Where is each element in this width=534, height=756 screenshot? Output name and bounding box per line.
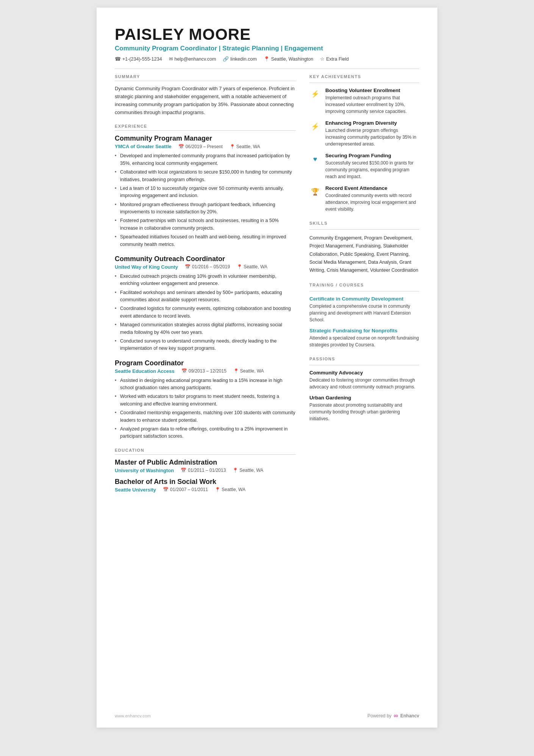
job-2-location: 📍 Seattle, WA — [237, 264, 267, 269]
list-item: Conducted surveys to understand communit… — [115, 338, 296, 352]
passion-2-desc: Passionate about promoting sustainabilit… — [309, 402, 419, 422]
degree-2: Bachelor of Arts in Social Work Seattle … — [115, 478, 296, 493]
training-section: TRAINING / COURSES Certificate in Commun… — [309, 283, 419, 348]
training-1: Certificate in Community Development Com… — [309, 296, 419, 323]
footer-website: www.enhancv.com — [115, 714, 151, 718]
passion-1: Community Advocacy Dedicated to fosterin… — [309, 370, 419, 390]
degree-1-school: University of Washington — [115, 468, 174, 473]
pin-icon-1: 📍 — [230, 144, 235, 149]
achievement-3-title: Securing Program Funding — [325, 153, 419, 158]
contact-linkedin: 🔗 linkedin.com — [223, 56, 256, 62]
job-3: Program Coordinator Seattle Education Ac… — [115, 359, 296, 440]
achievement-4-title: Record Event Attendance — [325, 185, 419, 191]
resume-page: PAISLEY MOORE Community Program Coordina… — [97, 8, 437, 728]
header: PAISLEY MOORE Community Program Coordina… — [115, 26, 419, 62]
passion-1-title: Community Advocacy — [309, 370, 419, 376]
training-1-title: Certificate in Community Development — [309, 296, 419, 302]
phone-icon: ☎ — [115, 56, 121, 62]
enhancv-heart-icon: ∞ — [394, 712, 398, 719]
achievement-2-desc: Launched diverse program offerings incre… — [325, 127, 419, 147]
star-icon: ☆ — [320, 56, 325, 62]
passion-2-title: Urban Gardening — [309, 395, 419, 401]
list-item: Facilitated workshops and seminars atten… — [115, 289, 296, 304]
education-title: EDUCATION — [115, 448, 296, 455]
list-item: Led a team of 10 to successfully organiz… — [115, 185, 296, 200]
degree-2-dates: 📅 01/2007 – 01/2011 — [163, 487, 208, 492]
skills-text: Community Engagement, Program Developmen… — [309, 234, 419, 274]
job-2-meta: United Way of King County 📅 01/2016 – 05… — [115, 264, 296, 270]
achievement-1-title: Boosting Volunteer Enrollment — [325, 88, 419, 93]
calendar-icon-1: 📅 — [178, 144, 184, 149]
training-1-desc: Completed a comprehensive course in comm… — [309, 303, 419, 323]
left-column: SUMMARY Dynamic Community Program Coordi… — [115, 74, 296, 500]
achievement-1: ⚡ Boosting Volunteer Enrollment Implemen… — [309, 88, 419, 115]
job-1-title: Community Program Manager — [115, 135, 296, 142]
pin-icon-edu2: 📍 — [215, 487, 220, 492]
contact-location: 📍 Seattle, Washington — [264, 56, 313, 62]
list-item: Collaborated with local organizations to… — [115, 169, 296, 183]
summary-title: SUMMARY — [115, 74, 296, 81]
achievement-2: ⚡ Enhancing Program Diversity Launched d… — [309, 120, 419, 147]
link-icon: 🔗 — [223, 56, 229, 62]
pin-icon-edu1: 📍 — [233, 468, 238, 473]
degree-2-name: Bachelor of Arts in Social Work — [115, 478, 296, 486]
candidate-name: PAISLEY MOORE — [115, 26, 419, 43]
training-divider — [309, 291, 419, 291]
list-item: Coordinated logistics for community even… — [115, 305, 296, 320]
training-2-desc: Attended a specialized course on nonprof… — [309, 335, 419, 348]
passions-section-title: PASSIONS — [309, 357, 419, 361]
job-1-dates: 📅 06/2019 – Present — [178, 144, 223, 149]
job-2: Community Outreach Coordinator United Wa… — [115, 255, 296, 352]
calendar-icon-3: 📅 — [181, 368, 187, 374]
summary-text: Dynamic Community Program Coordinator wi… — [115, 85, 296, 116]
achievements-divider — [309, 83, 419, 83]
list-item: Fostered partnerships with local schools… — [115, 217, 296, 232]
right-column: KEY ACHIEVEMENTS ⚡ Boosting Volunteer En… — [309, 74, 419, 500]
bolt-icon-1: ⚡ — [309, 88, 321, 100]
summary-section: SUMMARY Dynamic Community Program Coordi… — [115, 74, 296, 116]
skills-section: SKILLS Community Engagement, Program Dev… — [309, 221, 419, 274]
degree-2-location: 📍 Seattle, WA — [215, 487, 245, 492]
job-1-meta: YMCA of Greater Seattle 📅 06/2019 – Pres… — [115, 144, 296, 149]
passions-section: PASSIONS Community Advocacy Dedicated to… — [309, 357, 419, 422]
job-2-dates: 📅 01/2016 – 05/2019 — [185, 264, 230, 269]
contact-email: ✉ help@enhancv.com — [169, 56, 216, 62]
brand-name: Enhancv — [400, 713, 419, 718]
achievement-3-content: Securing Program Funding Successfully se… — [325, 153, 419, 180]
training-section-title: TRAINING / COURSES — [309, 283, 419, 287]
degree-1-meta: University of Washington 📅 01/2011 – 01/… — [115, 468, 296, 473]
job-1-location: 📍 Seattle, WA — [230, 144, 260, 149]
pin-icon-3: 📍 — [233, 368, 239, 374]
list-item: Developed and implemented community prog… — [115, 152, 296, 167]
job-3-dates: 📅 09/2013 – 12/2015 — [181, 368, 226, 374]
two-column-layout: SUMMARY Dynamic Community Program Coordi… — [115, 74, 419, 500]
job-2-title: Community Outreach Coordinator — [115, 255, 296, 263]
list-item: Executed outreach projects creating 10% … — [115, 273, 296, 288]
heart-icon: ♥ — [309, 153, 321, 165]
degree-1-name: Master of Public Administration — [115, 459, 296, 466]
achievement-4-content: Record Event Attendance Coordinated comm… — [325, 185, 419, 213]
candidate-title: Community Program Coordinator | Strategi… — [115, 45, 419, 52]
contact-row: ☎ +1-(234)-555-1234 ✉ help@enhancv.com 🔗… — [115, 56, 419, 62]
achievement-2-title: Enhancing Program Diversity — [325, 120, 419, 126]
achievement-4-desc: Coordinated community events with record… — [325, 192, 419, 213]
job-3-bullets: Assisted in designing educational progra… — [115, 377, 296, 440]
list-item: Worked with educators to tailor programs… — [115, 393, 296, 408]
achievement-2-content: Enhancing Program Diversity Launched div… — [325, 120, 419, 147]
powered-by-text: Powered by — [367, 713, 391, 718]
calendar-icon-edu1: 📅 — [181, 468, 186, 473]
achievement-4: 🏆 Record Event Attendance Coordinated co… — [309, 185, 419, 213]
job-2-company: United Way of King County — [115, 264, 178, 270]
list-item: Assisted in designing educational progra… — [115, 377, 296, 392]
bolt-icon-2: ⚡ — [309, 121, 321, 132]
trophy-icon: 🏆 — [309, 186, 321, 197]
education-section: EDUCATION Master of Public Administratio… — [115, 448, 296, 493]
contact-phone: ☎ +1-(234)-555-1234 — [115, 56, 162, 62]
job-1-company: YMCA of Greater Seattle — [115, 144, 172, 149]
job-3-location: 📍 Seattle, WA — [233, 368, 264, 374]
email-icon: ✉ — [169, 56, 173, 62]
degree-1: Master of Public Administration Universi… — [115, 459, 296, 473]
list-item: Analyzed program data to refine offering… — [115, 426, 296, 440]
pin-icon-2: 📍 — [237, 264, 242, 269]
footer-logo: Powered by ∞ Enhancv — [367, 712, 419, 719]
